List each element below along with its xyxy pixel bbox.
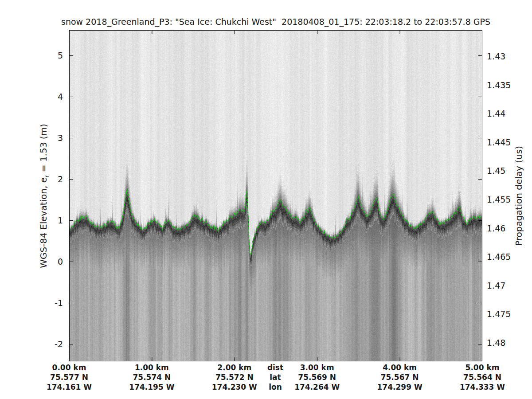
x-axis-distance-label: 1.00 km (129, 363, 174, 372)
y-left-tick-label: -2 (25, 339, 63, 349)
x-axis-longitude-label: 174.264 W (294, 382, 340, 392)
x-axis-row-legend-lon: lon (267, 382, 283, 392)
y-left-tick-label: 4 (25, 91, 63, 102)
y-right-tick-label: 1.43 (487, 51, 505, 62)
y-left-tick-label: -1 (25, 297, 63, 308)
x-axis-distance-label: 5.00 km (460, 363, 505, 372)
x-axis-tick-group: 4.00 km75.567 N174.299 W (377, 363, 422, 392)
left-y-axis-label: WGS-84 Elevation, er = 1.53 (m) (38, 124, 50, 268)
y-left-tick-label: 5 (25, 50, 63, 61)
left-y-axis-label-units: = 1.53 (m) (38, 124, 49, 175)
y-right-tick-label: 1.45 (487, 165, 505, 176)
x-axis-row-legend-dist: dist (267, 363, 283, 372)
y-right-tick-label: 1.44 (487, 108, 505, 119)
y-right-tick-label: 1.46 (487, 223, 505, 234)
y-right-tick-label: 1.475 (487, 309, 511, 319)
figure-title: snow 2018_Greenland_P3: "Sea Ice: Chukch… (61, 17, 490, 27)
y-right-tick-label: 1.445 (487, 137, 511, 148)
x-axis-longitude-label: 174.161 W (47, 382, 92, 392)
x-axis-row-legend-lat: lat (267, 372, 283, 382)
right-y-axis-label: Propagation delay (us) (513, 146, 524, 246)
x-axis-tick-group: 2.00 km75.572 N174.230 W (212, 363, 257, 392)
y-left-tick-label: 2 (25, 174, 63, 184)
x-axis-latitude-label: 75.564 N (460, 372, 505, 382)
x-axis-latitude-label: 75.569 N (294, 372, 340, 382)
x-axis-tick-group: 5.00 km75.564 N174.333 W (460, 363, 505, 392)
x-axis-latitude-label: 75.572 N (212, 372, 257, 382)
x-axis-distance-label: 0.00 km (47, 363, 92, 372)
x-axis-longitude-label: 174.333 W (460, 382, 505, 392)
figure: snow 2018_Greenland_P3: "Sea Ice: Chukch… (0, 0, 532, 399)
x-axis-row-legend: dist lat lon (267, 363, 283, 392)
x-axis-tick-group: 0.00 km75.577 N174.161 W (47, 363, 92, 392)
y-right-tick-label: 1.48 (487, 337, 505, 348)
x-axis-tick-group: 3.00 km75.569 N174.264 W (294, 363, 340, 392)
x-axis-distance-label: 3.00 km (294, 363, 340, 372)
x-axis-longitude-label: 174.230 W (212, 382, 257, 392)
y-right-tick-label: 1.435 (487, 80, 511, 90)
x-axis-latitude-label: 75.574 N (129, 372, 174, 382)
x-axis-latitude-label: 75.567 N (377, 372, 422, 382)
x-axis-tick-group: 1.00 km75.574 N174.195 W (129, 363, 174, 392)
x-axis-longitude-label: 174.299 W (377, 382, 422, 392)
y-right-tick-label: 1.465 (487, 251, 511, 262)
x-axis-longitude-label: 174.195 W (129, 382, 174, 392)
y-left-tick-label: 1 (25, 215, 63, 226)
y-right-tick-label: 1.455 (487, 194, 511, 205)
y-right-tick-label: 1.47 (487, 280, 505, 291)
x-axis-distance-label: 2.00 km (212, 363, 257, 372)
x-axis-distance-label: 4.00 km (377, 363, 422, 372)
y-left-tick-label: 0 (25, 256, 63, 267)
y-left-tick-label: 3 (25, 133, 63, 143)
x-axis-latitude-label: 75.577 N (47, 372, 92, 382)
echogram-canvas (69, 30, 482, 361)
